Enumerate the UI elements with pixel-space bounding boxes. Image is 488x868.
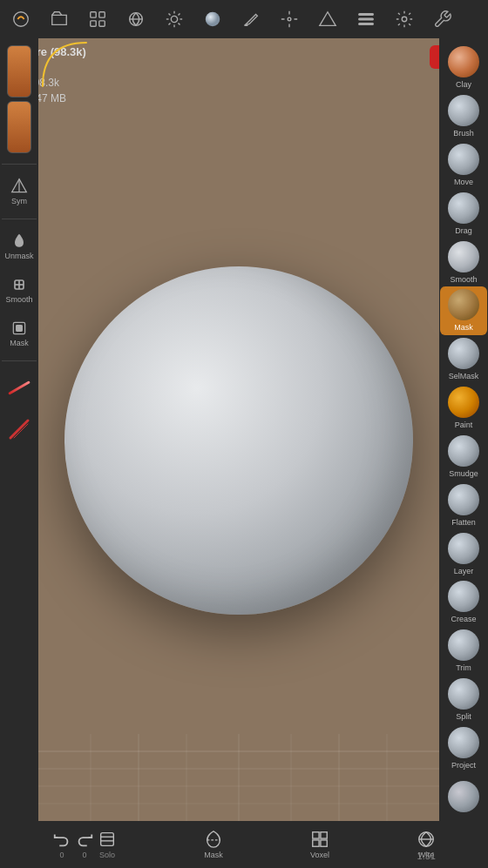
svg-point-18 bbox=[288, 17, 291, 21]
redo-count: 0 bbox=[82, 851, 86, 859]
svg-rect-30 bbox=[17, 326, 23, 332]
smooth-icon bbox=[448, 241, 479, 273]
mask-bottom-button[interactable]: Mask bbox=[204, 830, 223, 859]
brush-icon bbox=[448, 95, 479, 126]
effects-button[interactable] bbox=[159, 3, 190, 35]
stroke-item-1[interactable] bbox=[3, 368, 35, 407]
smudge-label: Smudge bbox=[449, 469, 478, 478]
crease-icon bbox=[448, 581, 479, 612]
drag-icon bbox=[448, 192, 479, 224]
trim-icon bbox=[448, 629, 479, 661]
right-tool-move[interactable]: Move bbox=[440, 141, 487, 190]
color-swatch-1[interactable] bbox=[7, 45, 31, 98]
right-tool-smudge[interactable]: Smudge bbox=[440, 433, 487, 481]
left-tool-smooth-label: Smooth bbox=[5, 295, 32, 304]
move-icon bbox=[448, 144, 479, 175]
solo-button[interactable]: Solo bbox=[98, 830, 117, 859]
svg-rect-22 bbox=[359, 24, 374, 25]
svg-line-31 bbox=[10, 421, 28, 438]
left-tool-smooth[interactable]: Smooth bbox=[3, 270, 35, 310]
picker-button[interactable] bbox=[274, 3, 305, 35]
undo-button[interactable]: 0 bbox=[52, 830, 71, 859]
right-tool-mask[interactable]: Mask bbox=[440, 286, 487, 335]
right-tool-flatten[interactable]: Flatten bbox=[440, 481, 487, 529]
folder-button[interactable] bbox=[44, 3, 75, 35]
layers-button[interactable] bbox=[350, 3, 382, 35]
redo-button[interactable]: 0 bbox=[75, 830, 94, 859]
top-toolbar bbox=[0, 0, 488, 38]
svg-rect-4 bbox=[99, 21, 105, 26]
left-tool-sym-label: Sym bbox=[11, 197, 27, 205]
svg-rect-51 bbox=[321, 840, 327, 846]
svg-rect-49 bbox=[321, 832, 327, 838]
selmask-icon bbox=[448, 338, 479, 369]
extra-icon bbox=[448, 781, 479, 812]
crease-label: Crease bbox=[451, 615, 476, 623]
right-tool-split[interactable]: Split bbox=[440, 676, 487, 724]
right-tool-extra[interactable] bbox=[440, 772, 487, 821]
right-tool-clay[interactable]: Clay bbox=[440, 44, 487, 92]
left-tool-unmask-label: Unmask bbox=[4, 252, 33, 260]
pen-button[interactable] bbox=[235, 3, 267, 35]
layer-icon bbox=[448, 533, 479, 564]
left-tool-mask-label: Mask bbox=[10, 339, 29, 347]
svg-rect-44 bbox=[101, 833, 114, 846]
undo-redo-group: 0 0 Solo bbox=[52, 830, 117, 859]
voxel-button[interactable]: Voxel bbox=[310, 830, 329, 859]
svg-line-12 bbox=[168, 13, 170, 15]
topology-button[interactable] bbox=[312, 3, 343, 35]
wrench-button[interactable] bbox=[427, 3, 458, 35]
sculpt-sphere[interactable] bbox=[64, 266, 413, 615]
left-tool-mask[interactable]: Mask bbox=[3, 313, 35, 353]
undo-count: 0 bbox=[59, 851, 64, 859]
divider-2 bbox=[2, 219, 37, 219]
right-tool-layer[interactable]: Layer bbox=[440, 529, 487, 578]
svg-point-23 bbox=[402, 17, 407, 22]
right-tool-drag[interactable]: Drag bbox=[440, 189, 487, 238]
flatten-icon bbox=[448, 484, 479, 515]
version-badge: 1.51 bbox=[417, 851, 436, 861]
stroke-item-2[interactable] bbox=[3, 410, 35, 448]
svg-rect-2 bbox=[99, 12, 105, 17]
divider-1 bbox=[2, 164, 37, 165]
color-swatch-2[interactable] bbox=[7, 101, 31, 153]
brush-label: Brush bbox=[453, 129, 474, 138]
right-tool-crease[interactable]: Crease bbox=[440, 578, 487, 627]
voxel-label: Voxel bbox=[310, 851, 329, 859]
right-tool-smooth[interactable]: Smooth bbox=[440, 238, 487, 286]
svg-rect-20 bbox=[359, 14, 374, 16]
svg-marker-19 bbox=[320, 12, 336, 26]
right-tool-trim[interactable]: Trim bbox=[440, 627, 487, 676]
svg-rect-21 bbox=[359, 18, 374, 20]
svg-rect-50 bbox=[313, 840, 319, 846]
material-button[interactable] bbox=[197, 3, 228, 35]
clay-icon bbox=[448, 46, 479, 77]
trim-label: Trim bbox=[456, 663, 471, 672]
svg-line-14 bbox=[178, 13, 180, 15]
clay-label: Clay bbox=[456, 80, 471, 89]
svg-line-15 bbox=[168, 23, 170, 24]
svg-rect-1 bbox=[91, 12, 96, 17]
ground-plane bbox=[38, 647, 439, 821]
right-tool-project[interactable]: Project bbox=[440, 723, 487, 772]
canvas-area[interactable] bbox=[38, 38, 439, 821]
left-tool-unmask[interactable]: Unmask bbox=[3, 226, 35, 266]
svg-point-0 bbox=[14, 12, 29, 27]
paint-label: Paint bbox=[455, 421, 473, 429]
right-tool-selmask[interactable]: SelMask bbox=[440, 335, 487, 384]
settings-button[interactable] bbox=[389, 3, 420, 35]
project-icon bbox=[448, 727, 479, 758]
split-icon bbox=[448, 678, 479, 710]
mask-bottom-label: Mask bbox=[204, 851, 223, 859]
right-tool-brush[interactable]: Brush bbox=[440, 92, 487, 141]
selmask-label: SelMask bbox=[449, 372, 479, 380]
solo-label: Solo bbox=[99, 851, 115, 859]
home-button[interactable] bbox=[5, 3, 37, 35]
right-tool-paint[interactable]: Paint bbox=[440, 384, 487, 433]
svg-rect-3 bbox=[91, 21, 96, 26]
smudge-icon bbox=[448, 435, 479, 467]
tools-button[interactable] bbox=[82, 3, 113, 35]
divider-3 bbox=[2, 360, 37, 361]
left-tool-sym[interactable]: Sym bbox=[3, 172, 35, 212]
grid-button[interactable] bbox=[120, 3, 152, 35]
